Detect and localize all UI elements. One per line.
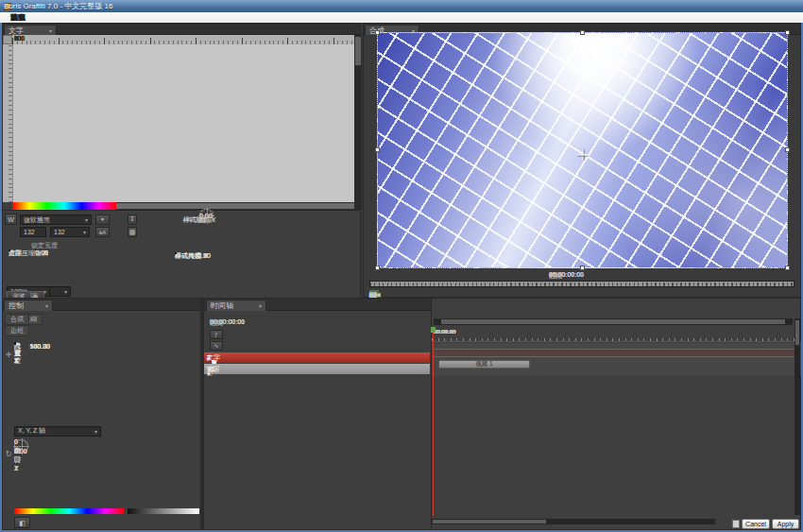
selected-track-region[interactable] — [433, 349, 798, 357]
timeline-ruler[interactable]: 00:00:0000:00:1500:01:0500:01:2000:02:10… — [432, 327, 801, 342]
style-panel: T▣▤∿W 微软雅黑 ▲▼ HBIU↥↧ 132 132 AAaA ▤▥▦▧▨▩… — [3, 210, 360, 298]
tab-timeline[interactable]: 时间轴 — [206, 300, 266, 311]
control-panel: 控制 位置枢轴相机动态模糊合成 斜面光照阴影背景边框 ✛ ↻ 960.30 位置… — [2, 298, 201, 530]
font-family-dropdown[interactable]: 微软雅黑 — [20, 215, 92, 225]
horizontal-ruler: 0100200300400500600700 — [12, 35, 354, 44]
decrease-icon[interactable]: ▼ — [95, 215, 110, 225]
timeline-horizontal-scrollbar[interactable] — [434, 318, 793, 325]
keyframe-checkbox[interactable] — [14, 456, 20, 462]
rotation-value[interactable]: 0 — [14, 438, 27, 445]
wave-icon[interactable]: ∿ — [210, 341, 223, 351]
parameter-slider[interactable] — [14, 342, 16, 345]
apply-button[interactable]: Apply — [772, 519, 799, 529]
vertical-ruler — [3, 44, 12, 202]
toggle-icon[interactable]: ◧ — [14, 517, 30, 528]
style-label: 样式尺度 Y — [175, 252, 208, 260]
preview-toggle-box[interactable] — [732, 520, 740, 528]
track-type-badge: T — [207, 354, 211, 361]
grayscale-bar[interactable] — [128, 508, 199, 514]
timeline-tracks-area: 00:00:0000:00:1500:01:0500:01:2000:02:10… — [431, 299, 800, 529]
timecode-label: 00:06:15 — [434, 327, 465, 336]
selection-handle[interactable] — [785, 266, 790, 270]
selection-handle[interactable] — [580, 266, 585, 270]
application-window: Boris Graffiti 7.0 - 中文完整版 16 档案编辑轨道滤镜预览… — [0, 0, 803, 532]
font-size-field[interactable]: 132 — [20, 227, 46, 237]
selection-handle[interactable] — [375, 30, 380, 35]
selection-handle[interactable] — [785, 30, 790, 35]
track-row-background[interactable]: 背景 ∎◫ V1 — [204, 364, 430, 374]
style-slider[interactable] — [175, 252, 177, 254]
move-tool-icon[interactable]: ✛ — [4, 351, 13, 359]
canvas-horizontal-scrollbar[interactable] — [12, 202, 354, 210]
subscript-icon[interactable]: ↧ — [128, 215, 137, 225]
control-tab[interactable]: 边框 — [5, 325, 29, 336]
menu-bar: 档案编辑轨道滤镜预览工具窗口说明 — [0, 12, 803, 23]
preview-scrubber[interactable] — [369, 281, 794, 287]
timeline-vertical-scrollbar[interactable] — [794, 318, 800, 515]
text-window: 文字 0100200300400500600700 T▣▤∿W 微软雅黑 ▲▼ … — [2, 23, 361, 298]
wrap-icon[interactable]: W — [5, 214, 17, 225]
ruler-corner — [3, 35, 12, 44]
window-title: Boris Graffiti 7.0 - 中文完整版 16 — [4, 1, 112, 11]
crosshair-cursor — [577, 149, 588, 160]
menu-item[interactable]: 说明 — [4, 12, 32, 23]
tab-controls[interactable]: 控制 — [4, 300, 53, 311]
video-clip[interactable]: 视频 1 — [438, 360, 530, 369]
timeline-window: 时间轴 时间00:00:07:01选择00:00:00:00时间00:00:00… — [203, 298, 801, 530]
track-row-text[interactable]: 文字 ▪▣⚑◉∎ T — [204, 352, 430, 363]
animation-order-dropdown[interactable]: X, Y, Z 轴 — [14, 426, 101, 437]
bottom-align-icon[interactable]: ▩ — [128, 227, 137, 237]
spacing-slider[interactable] — [9, 249, 10, 251]
color-spectrum-bar[interactable] — [12, 202, 116, 210]
timeline-bottom-scrollbar[interactable] — [432, 519, 715, 524]
composite-window: 合成 时间00:00:07:01选择00:00:00:00时间00:00:00:… — [363, 23, 801, 298]
color-spectrum-bar[interactable] — [14, 508, 124, 514]
cancel-button[interactable]: Cancel — [742, 519, 770, 529]
font-size-dropdown[interactable]: 132 — [50, 227, 90, 237]
canvas-vertical-scrollbar[interactable] — [354, 35, 362, 210]
selection-handle[interactable] — [580, 30, 585, 35]
effect-icon[interactable]: ƒ — [210, 330, 223, 339]
playhead-line[interactable] — [433, 327, 434, 516]
parameter-label: 尺度 Y — [14, 342, 21, 365]
text-canvas[interactable] — [12, 44, 354, 202]
selection-handle[interactable] — [375, 147, 380, 152]
scrollbar-thumb[interactable] — [116, 203, 354, 209]
playhead-marker[interactable] — [431, 327, 436, 333]
composite-image[interactable] — [377, 32, 788, 268]
ruler-mark: 700 — [12, 35, 59, 42]
small-caps-icon[interactable]: aA — [95, 227, 110, 237]
title-bar[interactable]: Boris Graffiti 7.0 - 中文完整版 16 — [0, 0, 803, 12]
tab-text[interactable]: 文字 — [4, 25, 57, 35]
style-bottom-bar: 取消打字 100% 自动更新重设样式样式色盘汇入档案浏览 — [7, 285, 358, 297]
rotation-subvalue[interactable]: 0.00 — [14, 448, 27, 455]
track-type-badge: V1 — [207, 366, 215, 372]
dial-value[interactable]: 0.00 — [199, 213, 213, 219]
spacing-label: 行距 — [9, 249, 22, 257]
selection-handle[interactable] — [375, 266, 380, 270]
rotate-tool-icon[interactable]: ↻ — [4, 450, 13, 458]
control-tab[interactable]: 合成 — [5, 314, 29, 325]
selection-handle[interactable] — [785, 147, 790, 152]
